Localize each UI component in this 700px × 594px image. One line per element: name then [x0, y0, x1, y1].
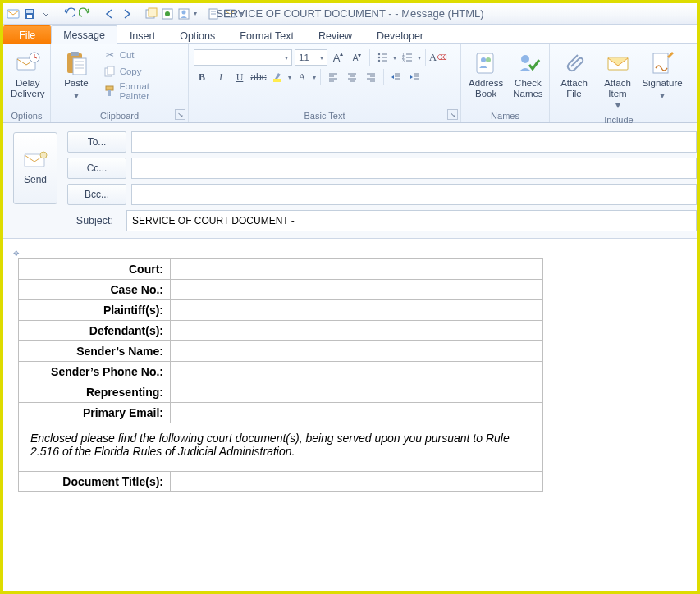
font-color-caret[interactable]: ▾ [313, 74, 316, 81]
body-paragraph[interactable]: Enclosed please find the following court… [19, 423, 543, 472]
redo-icon[interactable] [79, 7, 92, 21]
qat-customize-caret[interactable]: ▾ [240, 10, 243, 17]
align-left-button[interactable] [325, 69, 341, 85]
label-defendants[interactable]: Defendant(s): [19, 321, 171, 341]
tab-developer[interactable]: Developer [364, 26, 436, 44]
tab-options[interactable]: Options [167, 26, 227, 44]
underline-button[interactable]: U [231, 69, 248, 85]
svg-rect-3 [27, 15, 32, 18]
strikethrough-button[interactable]: abc [250, 69, 267, 85]
value-court[interactable] [171, 259, 543, 280]
value-plaintiffs[interactable] [171, 300, 543, 321]
align-center-button[interactable] [344, 69, 360, 85]
highlight-button[interactable] [269, 69, 286, 85]
numbering-caret[interactable]: ▾ [418, 54, 421, 62]
qat-split-caret[interactable]: ▾ [194, 10, 197, 17]
qat-dropdown-icon[interactable] [39, 7, 53, 21]
value-sender-name[interactable] [171, 341, 543, 362]
bcc-button[interactable]: Bcc... [67, 184, 126, 205]
value-representing[interactable] [171, 382, 543, 403]
italic-button[interactable]: I [213, 69, 229, 85]
bcc-field[interactable] [131, 184, 697, 205]
label-sender-name[interactable]: Sender’s Name: [19, 341, 171, 362]
signature-button[interactable]: Signature ▾ [642, 48, 683, 103]
bullets-button[interactable] [374, 49, 391, 66]
cc-button[interactable]: Cc... [67, 158, 126, 179]
label-case-no[interactable]: Case No.: [19, 280, 171, 300]
increase-indent-button[interactable] [407, 69, 423, 85]
clear-formatting-button[interactable]: A⌫ [430, 49, 446, 66]
copy-button[interactable]: Copy [102, 64, 183, 79]
value-case-no[interactable] [171, 280, 543, 300]
qat-icon-4[interactable] [207, 7, 220, 21]
bold-button[interactable]: B [194, 69, 210, 85]
table-row: Plaintiff(s): [19, 300, 543, 321]
label-primary-email[interactable]: Primary Email: [19, 403, 171, 423]
clipboard-launcher[interactable]: ↘ [175, 109, 185, 120]
table-row: Primary Email: [19, 403, 543, 423]
document-table[interactable]: Court: Case No.: Plaintiff(s): Defendant… [18, 258, 543, 492]
cc-field[interactable] [131, 158, 697, 179]
label-sender-phone[interactable]: Sender’s Phone No.: [19, 362, 171, 382]
next-item-icon[interactable] [120, 7, 133, 21]
delay-delivery-icon [15, 50, 41, 76]
tab-review[interactable]: Review [306, 26, 364, 44]
svg-point-7 [165, 11, 170, 16]
align-right-button[interactable] [363, 69, 379, 85]
ribbon: Delay Delivery Options Paste ▾ ✂Cut Copy… [3, 44, 697, 123]
table-row: Document Title(s): [19, 472, 543, 492]
send-button[interactable]: Send [13, 132, 57, 204]
qat-icon-2[interactable] [161, 7, 174, 21]
undo-icon[interactable] [62, 7, 75, 21]
group-options-label: Options [8, 109, 45, 122]
table-row: Sender’s Phone No.: [19, 362, 543, 382]
attach-item-button[interactable]: Attach Item ▾ [598, 48, 637, 113]
table-row: Defendant(s): [19, 321, 543, 341]
value-sender-phone[interactable] [171, 362, 543, 382]
label-plaintiffs[interactable]: Plaintiff(s): [19, 300, 171, 321]
paste-button[interactable]: Paste ▾ [56, 48, 97, 103]
font-name-combo[interactable]: ▾ [194, 49, 292, 66]
label-doc-titles[interactable]: Document Title(s): [19, 472, 171, 492]
to-button[interactable]: To... [67, 131, 126, 153]
attach-file-button[interactable]: Attach File [555, 48, 593, 101]
address-book-button[interactable]: Address Book [466, 48, 506, 101]
tab-insert[interactable]: Insert [117, 26, 167, 44]
message-body[interactable]: ✥ Court: Case No.: Plaintiff(s): Defenda… [3, 239, 697, 500]
label-representing[interactable]: Representing: [19, 382, 171, 403]
value-doc-titles[interactable] [171, 472, 543, 492]
qat-icon-1[interactable] [144, 7, 158, 21]
decrease-indent-button[interactable] [388, 69, 405, 85]
font-size-combo[interactable]: 11▾ [295, 49, 327, 66]
subject-field[interactable] [126, 210, 697, 231]
tab-file[interactable]: File [3, 25, 51, 44]
value-primary-email[interactable] [171, 403, 543, 423]
qat-icon-5[interactable] [223, 7, 236, 21]
save-icon[interactable] [23, 7, 36, 21]
bullets-caret[interactable]: ▾ [393, 54, 396, 62]
format-painter-button[interactable]: Format Painter [102, 80, 183, 102]
table-anchor-icon[interactable]: ✥ [13, 249, 20, 258]
value-defendants[interactable] [171, 321, 543, 341]
to-field[interactable] [131, 131, 697, 153]
cut-button[interactable]: ✂Cut [102, 48, 183, 62]
attach-item-icon [605, 50, 631, 76]
label-court[interactable]: Court: [19, 259, 171, 280]
font-color-button[interactable]: A [294, 69, 310, 85]
previous-item-icon[interactable] [103, 7, 117, 21]
ribbon-tabs: File Message Insert Options Format Text … [3, 25, 697, 44]
shrink-font-button[interactable]: A▾ [349, 49, 365, 66]
signature-caret: ▾ [660, 90, 665, 101]
delay-delivery-button[interactable]: Delay Delivery [8, 48, 48, 101]
delay-delivery-label: Delay Delivery [11, 78, 45, 98]
highlight-caret[interactable]: ▾ [288, 74, 291, 81]
basic-text-launcher[interactable]: ↘ [447, 109, 458, 120]
grow-font-button[interactable]: A▴ [330, 49, 346, 66]
svg-rect-2 [26, 10, 33, 13]
svg-rect-18 [73, 58, 86, 75]
numbering-button[interactable]: 123 [399, 49, 415, 66]
qat-icon-3[interactable] [177, 7, 190, 21]
tab-format-text[interactable]: Format Text [227, 26, 306, 44]
tab-message[interactable]: Message [51, 25, 117, 44]
check-names-button[interactable]: Check Names [510, 48, 545, 101]
